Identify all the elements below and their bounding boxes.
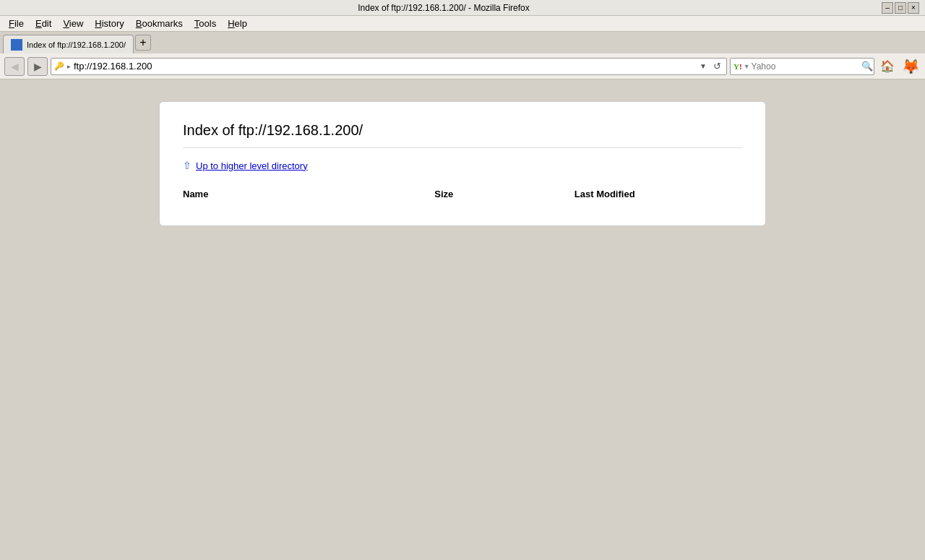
address-bar: 🔑 ▸ ▼ ↺: [51, 58, 727, 75]
home-button[interactable]: 🏠: [877, 57, 898, 76]
close-button[interactable]: ×: [908, 2, 919, 14]
active-tab[interactable]: Index of ftp://192.168.1.200/: [3, 35, 134, 53]
new-tab-button[interactable]: +: [135, 35, 151, 51]
address-dropdown-button[interactable]: ▼: [697, 59, 710, 74]
menu-history[interactable]: History: [89, 17, 129, 30]
menu-file[interactable]: File: [3, 17, 30, 30]
content-box: Index of ftp://192.168.1.200/ ⇧ Up to hi…: [159, 101, 766, 226]
search-dropdown-icon[interactable]: ▼: [744, 63, 750, 70]
lock-icon: 🔑: [54, 61, 64, 71]
firefox-menu-button[interactable]: 🦊: [900, 57, 921, 76]
tab-favicon: [11, 39, 22, 51]
search-bar: Y! ▼ 🔍: [730, 58, 874, 75]
page-area: Index of ftp://192.168.1.200/ ⇧ Up to hi…: [0, 79, 925, 560]
up-directory-link[interactable]: Up to higher level directory: [196, 160, 308, 171]
up-arrow-icon: ⇧: [183, 160, 192, 171]
title-bar: Index of ftp://192.168.1.200/ - Mozilla …: [0, 0, 925, 16]
tab-label: Index of ftp://192.168.1.200/: [27, 40, 126, 49]
column-header-name: Name: [183, 186, 434, 202]
up-directory-row: ⇧ Up to higher level directory: [183, 160, 742, 171]
address-bar-controls: ▼ ↺: [697, 59, 723, 74]
search-input[interactable]: [752, 61, 860, 72]
menu-help[interactable]: Help: [222, 17, 253, 30]
address-input[interactable]: [74, 61, 694, 72]
menu-bookmarks[interactable]: Bookmarks: [130, 17, 189, 30]
file-listing-table: Name Size Last Modified: [183, 186, 742, 202]
window-title: Index of ftp://192.168.1.200/ - Mozilla …: [6, 3, 882, 13]
reload-button[interactable]: ↺: [710, 59, 723, 74]
menu-tools[interactable]: Tools: [189, 17, 222, 30]
window-controls: – □ ×: [882, 2, 919, 14]
search-submit-button[interactable]: 🔍: [861, 61, 873, 72]
menu-edit[interactable]: Edit: [30, 17, 57, 30]
menu-view[interactable]: View: [57, 17, 89, 30]
minimize-button[interactable]: –: [882, 2, 893, 14]
yahoo-logo: Y!: [733, 62, 742, 71]
address-arrow-icon: ▸: [67, 63, 71, 70]
back-button[interactable]: ◀: [4, 57, 25, 76]
column-header-size: Size: [434, 186, 575, 202]
tab-bar: Index of ftp://192.168.1.200/ +: [0, 32, 925, 53]
column-header-last-modified: Last Modified: [575, 186, 742, 202]
forward-button[interactable]: ▶: [27, 57, 48, 76]
menu-bar: File Edit View History Bookmarks Tools H…: [0, 16, 925, 32]
page-heading: Index of ftp://192.168.1.200/: [183, 122, 742, 148]
nav-bar: ◀ ▶ 🔑 ▸ ▼ ↺ Y! ▼ 🔍 🏠 🦊: [0, 53, 925, 79]
maximize-button[interactable]: □: [895, 2, 906, 14]
